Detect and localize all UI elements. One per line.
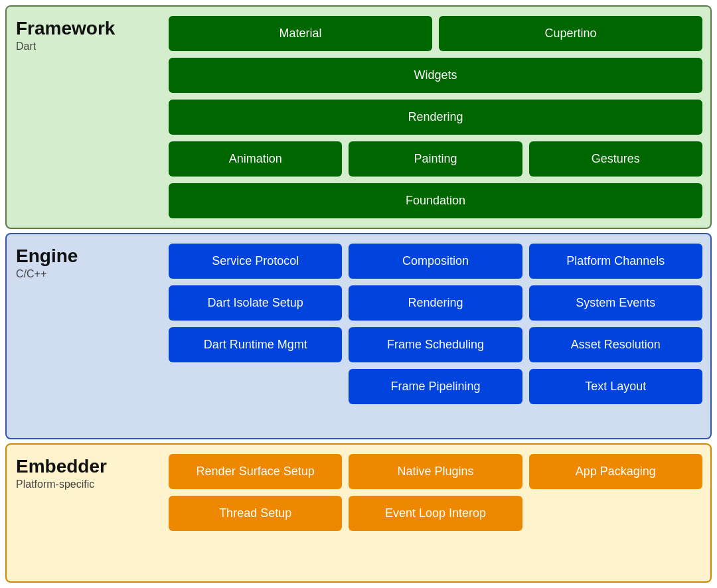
eng-composition-btn: Composition — [349, 244, 522, 279]
engine-title: Engine — [16, 246, 169, 267]
fw-row-3: Rendering — [169, 100, 702, 135]
fw-widgets-btn: Widgets — [169, 58, 702, 93]
fw-row-4: Animation Painting Gestures — [169, 141, 702, 177]
eng-row-4: Frame Pipelining Text Layout — [169, 369, 702, 404]
emb-app-packaging-btn: App Packaging — [529, 454, 702, 489]
eng-platform-channels-btn: Platform Channels — [529, 244, 702, 279]
fw-painting-btn: Painting — [349, 141, 522, 177]
fw-material-btn: Material — [169, 16, 432, 51]
emb-event-loop-btn: Event Loop Interop — [349, 496, 522, 531]
engine-content: Service Protocol Composition Platform Ch… — [169, 244, 702, 429]
embedder-label: Embedder Platform-specific — [16, 454, 169, 572]
eng-frame-pipelining-btn: Frame Pipelining — [349, 369, 522, 404]
embedder-section: Embedder Platform-specific Render Surfac… — [5, 443, 712, 583]
fw-row-1: Material Cupertino — [169, 16, 702, 51]
framework-title: Framework — [16, 19, 169, 39]
eng-row-2: Dart Isolate Setup Rendering System Even… — [169, 285, 702, 321]
emb-row-1: Render Surface Setup Native Plugins App … — [169, 454, 702, 489]
fw-foundation-btn: Foundation — [169, 183, 702, 218]
eng-rendering-btn: Rendering — [349, 285, 522, 321]
engine-subtitle: C/C++ — [16, 268, 169, 280]
eng-row-3: Dart Runtime Mgmt Frame Scheduling Asset… — [169, 327, 702, 362]
diagram-container: Framework Dart Material Cupertino Widget… — [0, 0, 717, 588]
framework-content: Material Cupertino Widgets Rendering Ani… — [169, 16, 702, 218]
fw-animation-btn: Animation — [169, 141, 342, 177]
emb-native-plugins-btn: Native Plugins — [349, 454, 522, 489]
emb-row-2: Thread Setup Event Loop Interop — [169, 496, 702, 531]
emb-render-surface-btn: Render Surface Setup — [169, 454, 342, 489]
eng-asset-resolution-btn: Asset Resolution — [529, 327, 702, 362]
eng-dart-isolate-btn: Dart Isolate Setup — [169, 285, 342, 321]
fw-cupertino-btn: Cupertino — [439, 16, 702, 51]
eng-frame-scheduling-btn: Frame Scheduling — [349, 327, 522, 362]
embedder-subtitle: Platform-specific — [16, 478, 169, 490]
eng-dart-runtime-btn: Dart Runtime Mgmt — [169, 327, 342, 362]
fw-gestures-btn: Gestures — [529, 141, 702, 177]
emb-thread-setup-btn: Thread Setup — [169, 496, 342, 531]
embedder-content: Render Surface Setup Native Plugins App … — [169, 454, 702, 572]
eng-system-events-btn: System Events — [529, 285, 702, 321]
eng-row-1: Service Protocol Composition Platform Ch… — [169, 244, 702, 279]
fw-rendering-btn: Rendering — [169, 100, 702, 135]
eng-service-protocol-btn: Service Protocol — [169, 244, 342, 279]
engine-section: Engine C/C++ Service Protocol Compositio… — [5, 233, 712, 439]
eng-text-layout-btn: Text Layout — [529, 369, 702, 404]
framework-subtitle: Dart — [16, 40, 169, 52]
engine-label: Engine C/C++ — [16, 244, 169, 429]
fw-row-2: Widgets — [169, 58, 702, 93]
framework-section: Framework Dart Material Cupertino Widget… — [5, 5, 712, 229]
embedder-title: Embedder — [16, 457, 169, 477]
fw-row-5: Foundation — [169, 183, 702, 218]
framework-label: Framework Dart — [16, 16, 169, 218]
